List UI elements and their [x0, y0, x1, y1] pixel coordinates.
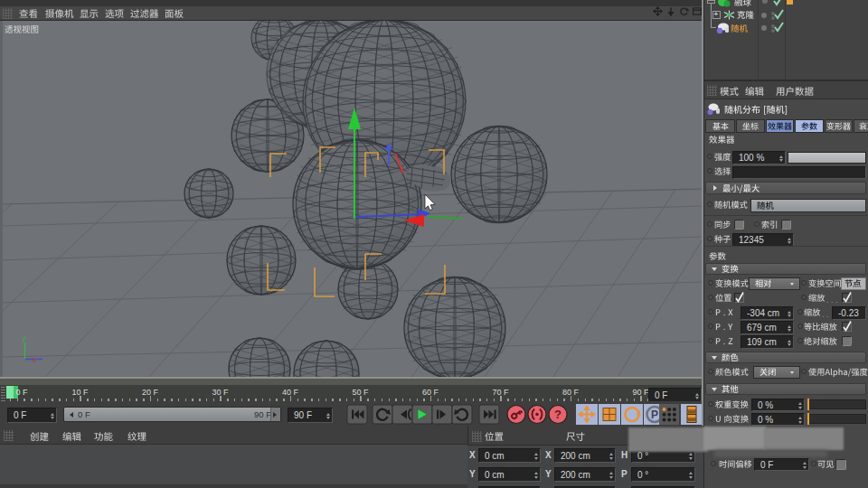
svg-text:P: P — [651, 408, 658, 421]
svg-text:x: x — [33, 355, 37, 364]
svg-text:y: y — [22, 333, 26, 343]
svg-text:?: ? — [554, 408, 561, 421]
